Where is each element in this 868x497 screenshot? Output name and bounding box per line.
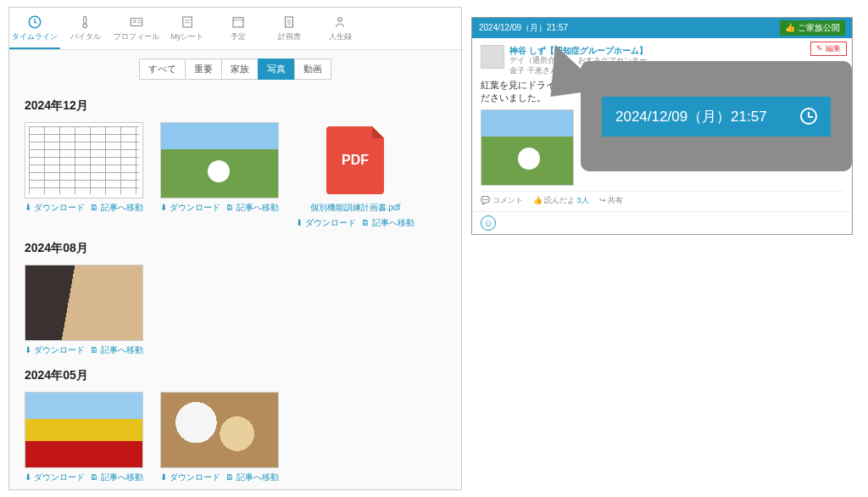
media-item: ⬇ ダウンロード 🗎 記事へ移動 (160, 392, 279, 483)
thumbnail-pdf[interactable]: PDF (296, 122, 415, 198)
timestamp-callout: 2024/12/09（月）21:57 (581, 61, 852, 171)
add-comment-button[interactable]: ☺ (481, 215, 496, 231)
thumbnail-photo[interactable] (25, 392, 143, 468)
thermometer-icon (78, 14, 93, 30)
svg-point-4 (133, 20, 136, 23)
post-footer: 💬 コメント 👍 読んだよ 3人 ↪ 共有 (481, 191, 843, 206)
clock-icon (27, 14, 42, 30)
svg-rect-7 (183, 17, 192, 27)
month-header: 2024年08月 (25, 241, 446, 256)
download-link[interactable]: ⬇ ダウンロード (25, 202, 85, 214)
pdf-filename: 個別機能訓練計画書.pdf (296, 202, 415, 214)
read-link[interactable]: 👍 読んだよ 3人 (533, 195, 589, 206)
id-card-icon (129, 14, 144, 30)
download-link[interactable]: ⬇ ダウンロード (160, 202, 220, 214)
tab-mysheet[interactable]: Myシート (162, 8, 213, 49)
filter-family[interactable]: 家族 (221, 59, 259, 80)
filter-all[interactable]: すべて (139, 59, 186, 80)
media-item: ⬇ ダウンロード 🗎 記事へ移動 (25, 122, 143, 229)
jump-link[interactable]: 🗎 記事へ移動 (361, 217, 415, 229)
svg-point-2 (83, 24, 87, 28)
calendar-icon (231, 14, 246, 30)
svg-rect-10 (233, 18, 243, 27)
clock-icon (800, 108, 817, 125)
download-link[interactable]: ⬇ ダウンロード (296, 217, 356, 229)
share-link[interactable]: ↪ 共有 (599, 195, 624, 206)
tab-liferecord[interactable]: 人生録 (314, 8, 365, 49)
document-icon (281, 14, 297, 30)
thumbnail-photo[interactable] (160, 122, 279, 198)
callout-time: 2024/12/09（月）21:57 (615, 107, 767, 126)
pdf-icon: PDF (326, 126, 384, 194)
tab-label: 予定 (231, 32, 246, 41)
media-item: ⬇ ダウンロード 🗎 記事へ移動 (25, 392, 143, 483)
avatar (481, 45, 504, 69)
tab-label: タイムライン (12, 32, 58, 41)
family-publish-button[interactable]: 👍 ご家族公開 (780, 20, 845, 36)
jump-link[interactable]: 🗎 記事へ移動 (90, 472, 143, 483)
svg-point-16 (338, 18, 342, 22)
filter-video[interactable]: 動画 (294, 59, 331, 80)
tab-schedule[interactable]: 予定 (213, 8, 264, 49)
thumbnail-spreadsheet[interactable] (25, 122, 143, 198)
download-link[interactable]: ⬇ ダウンロード (25, 472, 85, 483)
tab-timeline[interactable]: タイムライン (9, 8, 60, 49)
media-library-panel: タイムライン バイタル プロフィール Myシート 予定 計画書 人生録 すべて … (8, 7, 462, 490)
svg-rect-1 (84, 16, 86, 24)
post-timestamp: 2024/12/09（月）21:57 (479, 22, 568, 34)
comment-link[interactable]: 💬 コメント (481, 195, 523, 206)
tab-label: 人生録 (329, 32, 352, 41)
media-item: ⬇ ダウンロード 🗎 記事へ移動 (25, 265, 143, 356)
download-link[interactable]: ⬇ ダウンロード (160, 472, 220, 483)
post-header: 2024/12/09（月）21:57 👍 ご家族公開 (472, 18, 852, 38)
tab-profile[interactable]: プロフィール (111, 8, 162, 49)
jump-link[interactable]: 🗎 記事へ移動 (225, 202, 279, 214)
thumbnail-photo[interactable] (160, 392, 279, 468)
svg-rect-3 (131, 19, 142, 26)
jump-link[interactable]: 🗎 記事へ移動 (90, 202, 143, 214)
filter-important[interactable]: 重要 (185, 59, 222, 80)
top-tab-nav: タイムライン バイタル プロフィール Myシート 予定 計画書 人生録 (9, 8, 461, 50)
tab-label: バイタル (70, 32, 101, 41)
filter-photo[interactable]: 写真 (258, 59, 295, 80)
jump-link[interactable]: 🗎 記事へ移動 (225, 472, 279, 483)
tab-label: 計画書 (278, 32, 301, 41)
tab-vital[interactable]: バイタル (60, 8, 111, 49)
thumbnail-photo[interactable] (25, 265, 143, 341)
sheet-icon (180, 14, 195, 30)
edit-button[interactable]: ✎ 編集 (810, 42, 847, 56)
tab-plan[interactable]: 計画書 (264, 8, 314, 49)
post-image[interactable] (481, 109, 574, 186)
tab-label: Myシート (171, 32, 204, 41)
month-header: 2024年12月 (25, 98, 446, 114)
media-item: PDF 個別機能訓練計画書.pdf ⬇ ダウンロード 🗎 記事へ移動 (296, 122, 415, 229)
download-link[interactable]: ⬇ ダウンロード (25, 344, 85, 356)
person-icon (332, 14, 348, 30)
tab-label: プロフィール (114, 32, 159, 41)
jump-link[interactable]: 🗎 記事へ移動 (90, 344, 143, 356)
media-item: ⬇ ダウンロード 🗎 記事へ移動 (160, 122, 279, 229)
media-content: 2024年12月 ⬇ ダウンロード 🗎 記事へ移動 ⬇ ダウンロード 🗎 記事へ… (9, 87, 461, 490)
filter-row: すべて 重要 家族 写真 動画 (9, 50, 461, 87)
callout-inner: 2024/12/09（月）21:57 (602, 97, 831, 137)
comment-row: ☺ (472, 211, 852, 234)
month-header: 2024年05月 (25, 368, 446, 383)
